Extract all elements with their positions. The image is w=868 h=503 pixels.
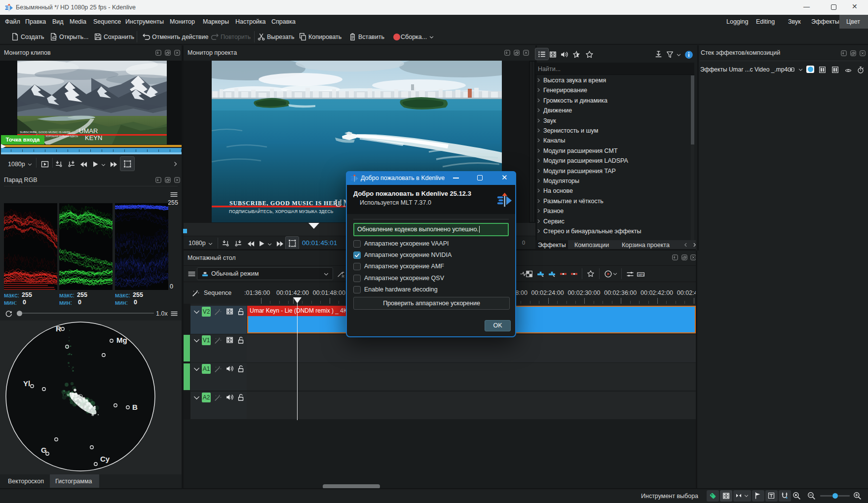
svg-text:Mg: Mg (116, 336, 127, 344)
svg-text:R: R (342, 274, 345, 279)
svg-text:SUBSCRIBE, GOOD MUSIC IS HERE: SUBSCRIBE, GOOD MUSIC IS HERE (229, 200, 342, 207)
svg-text:Cy: Cy (100, 455, 110, 463)
svg-text:Yl: Yl (23, 379, 30, 388)
svg-text:ПОДПИСЫВАЙТЕСЬ, ХОРОШАЯ МУЗЫКА: ПОДПИСЫВАЙТЕСЬ, ХОРОШАЯ МУЗЫКА ЗДЕСЬ (229, 209, 334, 214)
svg-text:R: R (56, 324, 61, 333)
svg-text:MPV: MPV (638, 273, 644, 276)
svg-text:G: G (41, 446, 47, 454)
svg-text:B: B (132, 403, 138, 411)
